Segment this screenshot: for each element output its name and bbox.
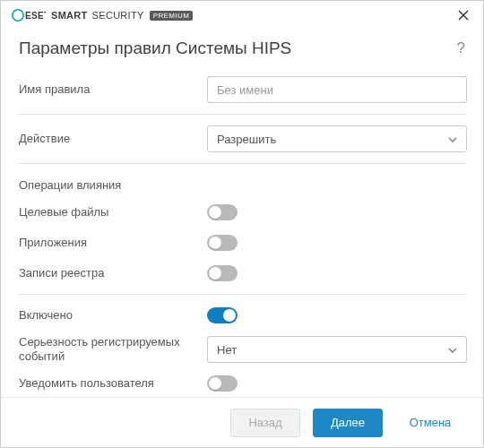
enabled-label: Включено <box>19 308 207 323</box>
close-icon <box>458 10 469 21</box>
registry-toggle[interactable] <box>207 265 238 281</box>
enabled-row: Включено <box>19 300 467 331</box>
next-button[interactable]: Далее <box>313 409 383 437</box>
severity-label: Серьезность регистрируемых событий <box>19 335 207 365</box>
product-brand: ESET SMART SECURITY PREMIUM <box>12 9 193 22</box>
applications-label: Приложения <box>19 236 207 250</box>
brand-smart: SMART <box>51 10 88 21</box>
notify-toggle[interactable] <box>207 375 238 392</box>
dialog-window: ESET SMART SECURITY PREMIUM Параметры пр… <box>0 0 484 448</box>
target-files-row: Целевые файлы <box>19 197 467 228</box>
divider <box>19 114 467 115</box>
rule-name-input[interactable] <box>207 76 467 103</box>
target-files-toggle[interactable] <box>207 204 238 220</box>
applications-toggle[interactable] <box>207 235 238 251</box>
close-button[interactable] <box>453 4 474 26</box>
notify-row: Уведомить пользователя <box>19 368 467 397</box>
content-area: Имя правила Действие Разрешить Операции … <box>1 71 483 397</box>
action-row: Действие Разрешить <box>19 120 467 158</box>
back-button[interactable]: Назад <box>230 409 300 437</box>
operations-section-title: Операции влияния <box>19 169 467 197</box>
dialog-header: Параметры правил Системы HIPS ? <box>1 30 483 71</box>
rule-name-row: Имя правила <box>19 71 467 108</box>
action-select[interactable]: Разрешить <box>207 125 467 152</box>
applications-row: Приложения <box>19 228 467 258</box>
svg-point-0 <box>13 10 23 21</box>
enabled-toggle[interactable] <box>207 307 238 323</box>
eset-logo: ESET <box>12 9 46 22</box>
divider <box>19 163 467 164</box>
severity-select-value: Нет <box>217 343 237 357</box>
divider <box>19 294 467 295</box>
brand-security: SECURITY <box>92 10 144 21</box>
registry-label: Записи реестра <box>19 266 207 280</box>
chevron-down-icon <box>448 344 457 355</box>
cancel-button[interactable]: Отмена <box>395 409 465 437</box>
help-icon[interactable]: ? <box>457 39 465 57</box>
registry-row: Записи реестра <box>19 258 467 289</box>
page-title: Параметры правил Системы HIPS <box>19 39 291 58</box>
rule-name-label: Имя правила <box>19 82 207 97</box>
titlebar: ESET SMART SECURITY PREMIUM <box>1 1 483 30</box>
chevron-down-icon <box>448 134 457 144</box>
brand-badge: PREMIUM <box>150 11 194 21</box>
severity-select[interactable]: Нет <box>207 336 467 363</box>
severity-row: Серьезность регистрируемых событий Нет <box>19 331 467 368</box>
action-select-value: Разрешить <box>217 133 276 146</box>
dialog-footer: Назад Далее Отмена <box>1 397 483 447</box>
action-label: Действие <box>19 132 207 146</box>
svg-text:ESET: ESET <box>25 11 46 21</box>
target-files-label: Целевые файлы <box>19 205 207 220</box>
notify-label: Уведомить пользователя <box>19 376 207 391</box>
